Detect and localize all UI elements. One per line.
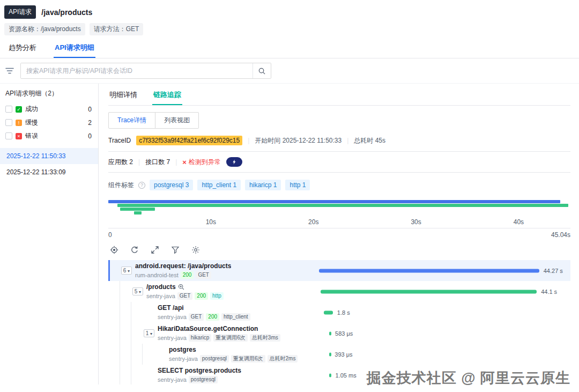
locate-icon[interactable] xyxy=(109,245,119,255)
fullscreen-icon[interactable] xyxy=(150,245,160,255)
help-icon[interactable]: ? xyxy=(138,182,145,189)
search-button[interactable] xyxy=(253,63,271,78)
span-duration-label: 583 μs xyxy=(331,330,353,337)
span-title: GET /api xyxy=(158,304,250,312)
span-duration-label: 1.05 ms xyxy=(331,372,357,379)
sidebar-trace-item[interactable]: 2025-12-22 11:33:09 xyxy=(0,164,98,180)
minimap-bar xyxy=(108,200,560,203)
request-method-tag: 请求方法：GET xyxy=(90,23,144,35)
sidebar-filter-row[interactable]: ×错误0 xyxy=(0,129,98,143)
sidebar-filters: ✓成功0!缓慢2×错误0 xyxy=(0,102,98,143)
span-tag: 200 xyxy=(206,313,219,321)
chevron-down-icon: ▾ xyxy=(139,290,141,294)
api-request-badge: API请求 xyxy=(4,5,36,19)
status-icon: × xyxy=(16,133,22,139)
divider: | xyxy=(248,137,249,144)
lightning-icon xyxy=(232,159,237,165)
divider: | xyxy=(347,137,348,144)
view-tab[interactable]: 列表视图 xyxy=(155,112,199,129)
collapse-toggle[interactable]: 1 ▾ xyxy=(144,329,154,337)
tree-guide xyxy=(142,344,150,365)
minimap-bar xyxy=(134,211,142,215)
component-tag[interactable]: postgresql 3 xyxy=(150,180,193,190)
span-tag: 总耗时3ms xyxy=(250,334,280,342)
span-row[interactable]: 5 ▾/productssentry-javaGET200http44.1 s xyxy=(108,281,570,302)
span-left: 5 ▾/productssentry-javaGET200http xyxy=(110,281,319,302)
settings-gear-icon[interactable] xyxy=(191,245,201,255)
trace-minimap[interactable]: 10s20s30s40s 0 45.04s xyxy=(108,198,570,239)
trace-summary-row: 应用数 2 | 接口数 7 | × 检测到异常 xyxy=(108,152,570,173)
component-tags: postgresql 3http_client 1hikaricp 1http … xyxy=(150,180,310,190)
span-bar-area: 393 μs xyxy=(319,344,543,365)
search-icon xyxy=(258,67,266,75)
span-bar-area: 44.1 s xyxy=(319,281,543,302)
span-tag: GET xyxy=(189,313,204,321)
tree-guide xyxy=(120,323,127,344)
span-duration-bar xyxy=(324,310,333,314)
range-start: 0 xyxy=(108,231,112,239)
filter-funnel-icon[interactable] xyxy=(170,245,180,255)
span-tag: http xyxy=(210,292,224,300)
sidebar-filter-row[interactable]: !缓慢2 xyxy=(0,116,98,129)
detail-tab[interactable]: 链路追踪 xyxy=(152,86,182,105)
ai-analysis-badge[interactable] xyxy=(226,157,242,167)
filter-label: 错误 xyxy=(25,131,38,140)
header-tab[interactable]: API请求明细 xyxy=(54,39,95,58)
sidebar-filter-row[interactable]: ✓成功0 xyxy=(0,102,98,116)
span-title: SELECT postgres.products xyxy=(158,367,241,374)
meta-row: 资源名称：/java/products 请求方法：GET xyxy=(0,20,579,38)
divider: | xyxy=(138,158,140,166)
minimap-range: 0 45.04s xyxy=(108,228,570,239)
tree-guide xyxy=(120,344,127,365)
checkbox[interactable] xyxy=(5,132,12,139)
span-row[interactable]: 6 ▾android.request: /java/productsrum-an… xyxy=(108,260,570,281)
span-duration-bar xyxy=(319,269,539,272)
span-duration-bar xyxy=(321,290,537,293)
tree-guide xyxy=(131,302,138,323)
component-tag[interactable]: http 1 xyxy=(285,180,310,190)
waterfall-toolbar xyxy=(108,239,570,259)
span-left: GET /apisentry-javaGET200http_client xyxy=(110,302,319,323)
sidebar-items: 2025-12-22 11:50:332025-12-22 11:33:09 xyxy=(0,148,98,180)
span-bar-area: 583 μs xyxy=(319,323,543,344)
span-title-text: GET /api xyxy=(158,304,184,312)
span-title-text: SELECT postgres.products xyxy=(158,367,241,374)
view-tab[interactable]: Trace详情 xyxy=(108,112,155,129)
span-app-name: sentry-java xyxy=(146,293,175,299)
span-tag: postgresql xyxy=(200,355,229,363)
component-tag[interactable]: hikaricp 1 xyxy=(245,180,281,190)
span-sub: sentry-javaGET200http xyxy=(146,292,224,300)
header-tab[interactable]: 趋势分析 xyxy=(8,39,38,58)
span-sub: sentry-javapostgresql xyxy=(158,376,241,383)
checkbox[interactable] xyxy=(5,106,12,113)
span-tag: 重复调用6次 xyxy=(231,355,265,363)
span-row[interactable]: GET /apisentry-javaGET200http_client1.8 … xyxy=(108,302,570,323)
span-row[interactable]: 1 ▾HikariDataSource.getConnectionsentry-… xyxy=(108,323,570,344)
span-app-name: rum-android-test xyxy=(135,272,179,278)
zoom-in-icon[interactable] xyxy=(178,284,184,290)
minimap-tick-label: 30s xyxy=(411,218,421,226)
filter-label: 缓慢 xyxy=(25,118,38,127)
collapse-toggle[interactable]: 5 ▾ xyxy=(132,287,143,295)
collapse-toggle[interactable]: 6 ▾ xyxy=(121,267,132,275)
span-bar-area: 1.8 s xyxy=(319,302,543,323)
tree-guide xyxy=(120,281,127,302)
trace-start-time: 开始时间 2025-12-22 11:50:33 xyxy=(255,136,342,145)
minimap-tick-label: 10s xyxy=(206,218,216,226)
tree-guide xyxy=(131,344,138,365)
span-row[interactable]: postgressentry-javapostgresql重复调用6次总耗时2m… xyxy=(108,344,570,365)
refresh-icon[interactable] xyxy=(130,245,139,255)
component-tag[interactable]: http_client 1 xyxy=(197,180,241,190)
minimap-bar xyxy=(120,208,155,211)
trace-id-value[interactable]: c7f332f53a9f42ffa21ef6c92f029c15 xyxy=(136,136,242,145)
sidebar-trace-item[interactable]: 2025-12-22 11:50:33 xyxy=(0,148,98,164)
checkbox[interactable] xyxy=(5,119,12,126)
span-row[interactable]: SELECT postgres.productssentry-javapostg… xyxy=(108,365,570,384)
resource-name-tag: 资源名称：/java/products xyxy=(4,23,85,35)
badge-wrap: 1 ▾ xyxy=(138,329,158,337)
anomaly-detected[interactable]: × 检测到异常 xyxy=(182,158,221,167)
filter-lines-icon[interactable] xyxy=(4,65,15,76)
search-input[interactable] xyxy=(21,63,253,78)
detail-tab[interactable]: 明细详情 xyxy=(108,86,138,105)
minimap-bar xyxy=(117,204,568,207)
